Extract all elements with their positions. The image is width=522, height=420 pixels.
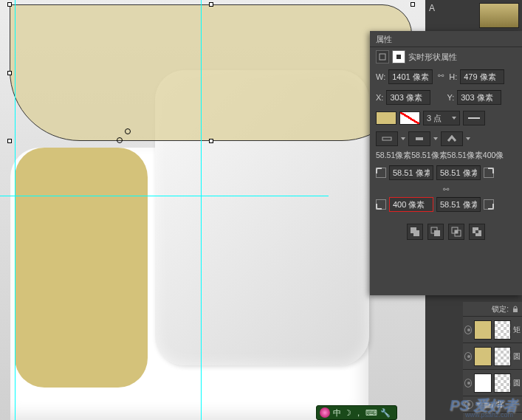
svg-rect-1 — [396, 55, 401, 59]
stroke-style-dropdown[interactable] — [463, 111, 485, 125]
svg-rect-0 — [380, 54, 385, 60]
layer-row[interactable]: 圆 — [463, 370, 522, 396]
corner-tr-input[interactable] — [436, 165, 481, 180]
align-stroke-dropdown[interactable] — [376, 131, 398, 146]
watermark-url: www.psahz.com — [465, 411, 513, 419]
width-label: W: — [376, 72, 385, 81]
layer-thumb — [474, 347, 491, 366]
svg-rect-14 — [475, 230, 478, 233]
visibility-icon[interactable] — [464, 326, 472, 334]
join-dropdown[interactable] — [441, 131, 463, 146]
stroke-swatch[interactable] — [399, 111, 420, 125]
anchor-point[interactable] — [125, 128, 131, 134]
x-input[interactable] — [386, 90, 430, 105]
yellow-small-rect — [15, 148, 148, 388]
comma-icon: ， — [354, 407, 363, 419]
top-strip: A — [426, 0, 522, 31]
chevron-down-icon — [452, 117, 456, 120]
svg-rect-6 — [413, 230, 419, 236]
transform-handle[interactable] — [7, 2, 12, 7]
link-wh-icon[interactable]: ⚯ — [436, 72, 446, 82]
shape-mask-icon[interactable] — [376, 50, 389, 63]
visibility-icon[interactable] — [464, 352, 472, 361]
stroke-width-dropdown[interactable]: 3 点 — [423, 111, 460, 125]
transform-handle[interactable] — [411, 2, 415, 7]
live-shape-icon[interactable] — [392, 50, 405, 63]
y-input[interactable] — [457, 90, 501, 105]
svg-rect-15 — [513, 309, 518, 312]
guide-vertical[interactable] — [15, 0, 16, 420]
corner-tr-icon — [484, 168, 494, 178]
canvas-area[interactable] — [0, 0, 425, 420]
corner-br-icon — [484, 199, 494, 210]
chevron-down-icon — [466, 137, 470, 140]
transform-handle[interactable] — [209, 2, 213, 7]
keyboard-icon: ⌨ — [365, 408, 377, 418]
corner-bl-icon — [376, 199, 386, 210]
guide-vertical[interactable] — [201, 0, 202, 420]
layer-row[interactable]: 矩 — [463, 317, 522, 343]
panel-subtitle: 实时形状属性 — [408, 52, 457, 63]
y-label: Y: — [447, 93, 454, 102]
svg-rect-11 — [455, 230, 458, 233]
mask-thumb — [494, 347, 511, 366]
transform-handle[interactable] — [209, 139, 213, 143]
chevron-down-icon — [433, 137, 438, 140]
ime-logo-icon — [320, 407, 330, 418]
anchor-point[interactable] — [117, 137, 123, 143]
panel-title: 属性 — [370, 31, 522, 47]
height-label: H: — [449, 72, 457, 81]
svg-rect-3 — [382, 137, 391, 140]
path-intersect-button[interactable] — [448, 224, 464, 240]
chevron-down-icon — [401, 137, 405, 140]
swatch-preview[interactable] — [479, 3, 519, 28]
fill-swatch[interactable] — [376, 111, 396, 125]
width-input[interactable] — [388, 69, 433, 84]
properties-panel: 属性 实时形状属性 W: ⚯ H: X: Y: 3 点 58.51像素58.51… — [370, 31, 522, 295]
height-input[interactable] — [460, 69, 504, 84]
path-unite-button[interactable] — [407, 224, 423, 240]
text-tool-icon: A — [429, 3, 435, 13]
visibility-icon[interactable] — [464, 379, 472, 388]
link-corners-icon[interactable]: ⚯ — [441, 185, 451, 196]
wrench-icon[interactable]: 🔧 — [380, 408, 391, 418]
mask-thumb — [494, 320, 511, 340]
corner-br-input[interactable] — [436, 197, 481, 212]
lock-label: 锁定: — [492, 304, 509, 314]
corner-tl-icon — [376, 168, 386, 178]
transform-handle[interactable] — [7, 139, 12, 143]
path-exclude-button[interactable] — [469, 224, 485, 240]
moon-icon: ☽ — [344, 408, 351, 418]
selected-shape[interactable] — [10, 4, 412, 141]
corner-tl-input[interactable] — [389, 165, 433, 180]
transform-handle[interactable] — [7, 71, 12, 75]
corners-summary: 58.51像素58.51像素58.51像素400像 — [370, 149, 522, 162]
cap-dropdown[interactable] — [408, 131, 430, 146]
corner-bl-input[interactable] — [389, 197, 433, 212]
guide-horizontal[interactable] — [0, 196, 329, 196]
mask-thumb — [494, 373, 511, 393]
layer-row[interactable]: 圆 — [463, 343, 522, 370]
x-label: X: — [376, 93, 383, 102]
ime-bar[interactable]: 中 ☽ ， ⌨ 🔧 — [316, 405, 397, 420]
layer-thumb — [474, 320, 491, 340]
lock-icon[interactable] — [512, 306, 519, 313]
layer-thumb — [474, 373, 491, 393]
svg-rect-8 — [434, 230, 440, 236]
path-subtract-button[interactable] — [427, 224, 444, 240]
